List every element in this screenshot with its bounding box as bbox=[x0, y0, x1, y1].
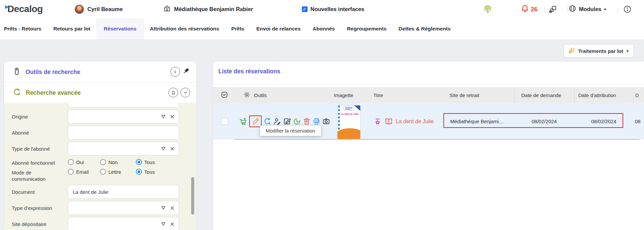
type-abonne-label: Type de l'abonné bbox=[12, 146, 68, 152]
col-titre: Titre bbox=[373, 92, 383, 98]
col-date-attribution: Date d'attribution bbox=[578, 92, 616, 98]
horizontal-scrollbar[interactable] bbox=[235, 139, 639, 140]
batch-button-label: Traitements par lot bbox=[578, 48, 623, 54]
clear-field-icon[interactable] bbox=[169, 114, 175, 120]
trash-icon[interactable] bbox=[303, 117, 311, 126]
origine-label: Origine bbox=[12, 113, 68, 120]
partial-input[interactable] bbox=[68, 103, 179, 107]
radio-non[interactable]: Non bbox=[100, 159, 136, 165]
batch-links-icon bbox=[569, 47, 575, 55]
divider bbox=[213, 85, 644, 85]
sidebar-scrollbar-thumb[interactable] bbox=[191, 177, 194, 215]
chevron-down-icon bbox=[626, 51, 629, 52]
radio-email[interactable]: Email bbox=[68, 169, 100, 175]
tab-abonnes[interactable]: Abonnés bbox=[307, 18, 341, 40]
dropdown-triangle-icon[interactable] bbox=[160, 221, 166, 227]
radio-checked-icon bbox=[136, 169, 142, 175]
batch-processing-button[interactable]: Traitements par lot bbox=[564, 44, 634, 58]
separator bbox=[544, 6, 545, 13]
tab-dettes-reglements[interactable]: Dettes & Règlements bbox=[392, 18, 457, 40]
user-menu[interactable]: Cyril Beaume bbox=[74, 4, 122, 14]
reservations-title: Liste des réservations bbox=[218, 68, 280, 75]
form-row-site-depositaire: Site dépositaire bbox=[12, 217, 196, 230]
refresh-search-icon[interactable] bbox=[263, 117, 272, 126]
dropdown-triangle-icon[interactable] bbox=[160, 205, 166, 211]
cart-plus-icon[interactable] bbox=[239, 117, 248, 126]
page-body: Traitements par lot Outils de recherche bbox=[0, 40, 644, 230]
form-row-origine: Origine bbox=[12, 109, 196, 124]
user-edit-icon[interactable] bbox=[273, 117, 281, 126]
clear-field-icon[interactable] bbox=[169, 146, 175, 152]
note-edit-icon[interactable] bbox=[283, 117, 291, 126]
clear-field-icon[interactable] bbox=[169, 205, 175, 211]
advanced-search-form: Origine Abonné Type de l bbox=[4, 103, 196, 230]
notification-count-badge: 26 bbox=[531, 6, 537, 13]
form-row-partial bbox=[12, 103, 196, 107]
radio-tous-communication[interactable]: Tous bbox=[136, 169, 155, 175]
form-row-abonne-fonctionnel: Abonné fonctionnel Oui Non Tous bbox=[12, 159, 196, 166]
document-label: Document bbox=[12, 189, 68, 195]
app-root: Decalog Cyril Beaume Médiathèque Benjami… bbox=[0, 0, 644, 230]
assistance-icon[interactable] bbox=[483, 4, 492, 15]
reservation-title-link[interactable]: La dent de Julie bbox=[396, 119, 434, 125]
tab-regroupements[interactable]: Regroupements bbox=[341, 18, 392, 40]
info-icon[interactable] bbox=[623, 5, 632, 15]
document-input[interactable] bbox=[68, 185, 179, 199]
abonne-input[interactable] bbox=[68, 126, 179, 140]
collapse-panel-button[interactable] bbox=[170, 67, 180, 77]
site-retrait-value: Médiathèque Benjami… bbox=[450, 119, 504, 124]
search-tools-header: Outils de recherche bbox=[4, 62, 196, 82]
site-depositaire-label: Site dépositaire bbox=[12, 221, 68, 227]
radio-icon bbox=[100, 159, 106, 165]
tab-prets[interactable]: Prêts bbox=[225, 18, 250, 40]
gear-icon[interactable] bbox=[243, 91, 251, 99]
abonne-label: Abonné bbox=[12, 130, 68, 136]
dropdown-triangle-icon[interactable] bbox=[160, 146, 166, 152]
printer-icon[interactable] bbox=[312, 117, 321, 126]
library-selector[interactable]: Médiathèque Benjamin Rabier bbox=[163, 4, 253, 14]
expand-section-button[interactable] bbox=[180, 88, 190, 97]
checkbox-checked-icon: ✓ bbox=[302, 6, 308, 12]
camera-icon[interactable] bbox=[322, 117, 330, 126]
logo-pennant-icon bbox=[4, 5, 10, 13]
tab-envoi-relances[interactable]: Envoi de relances bbox=[250, 18, 307, 40]
new-interfaces-label: Nouvelles interfaces bbox=[311, 6, 365, 12]
radio-tous-fonctionnel[interactable]: Tous bbox=[136, 159, 155, 165]
tab-reservations[interactable]: Réservations bbox=[96, 18, 144, 40]
separator bbox=[567, 6, 568, 13]
radio-oui[interactable]: Oui bbox=[68, 159, 100, 165]
clear-field-icon[interactable] bbox=[169, 221, 175, 227]
radio-lettre[interactable]: Lettre bbox=[100, 169, 136, 175]
sparkle-star-icon bbox=[374, 118, 382, 126]
tab-attribution-reservations[interactable]: Attribution des réservations bbox=[144, 18, 225, 40]
library-name: Médiathèque Benjamin Rabier bbox=[174, 6, 253, 12]
open-book-icon bbox=[384, 117, 393, 126]
col-partial: D bbox=[635, 92, 639, 98]
advanced-search-title: Recherche avancée bbox=[26, 89, 80, 96]
cover-title: La dent de Julie bbox=[340, 113, 360, 115]
bell-icon bbox=[521, 4, 529, 14]
edit-pencil-icon[interactable] bbox=[251, 117, 260, 126]
chevron-down-icon bbox=[604, 9, 606, 10]
new-interfaces-toggle[interactable]: ✓ Nouvelles interfaces bbox=[302, 6, 365, 12]
pin-icon[interactable] bbox=[182, 67, 190, 77]
save-search-button[interactable] bbox=[168, 88, 178, 97]
search-tools-title: Outils de recherche bbox=[25, 69, 80, 76]
form-row-abonne: Abonné bbox=[12, 126, 196, 140]
modules-label: Modules bbox=[579, 6, 601, 12]
tab-retours-par-lot[interactable]: Retours par lot bbox=[47, 18, 96, 40]
row-checkbox[interactable] bbox=[221, 118, 228, 125]
history-clock-icon[interactable] bbox=[292, 117, 301, 126]
form-row-document: Document bbox=[12, 185, 196, 199]
col-site-retrait: Site de retrait bbox=[449, 92, 479, 98]
decalog-logo[interactable]: Decalog bbox=[5, 3, 43, 15]
search-refresh-icon bbox=[12, 88, 21, 98]
modules-menu[interactable]: Modules bbox=[568, 4, 606, 14]
form-row-type-abonne: Type de l'abonné bbox=[12, 142, 196, 156]
dropdown-triangle-icon[interactable] bbox=[160, 113, 166, 120]
tooltip: Modifier la réservation bbox=[260, 126, 321, 136]
select-all-checkbox-icon[interactable] bbox=[220, 91, 228, 100]
notifications-button[interactable]: 26 bbox=[521, 4, 537, 14]
tab-prets-retours[interactable]: Prêts - Retours bbox=[0, 18, 47, 40]
batch-links-icon[interactable] bbox=[549, 5, 557, 15]
